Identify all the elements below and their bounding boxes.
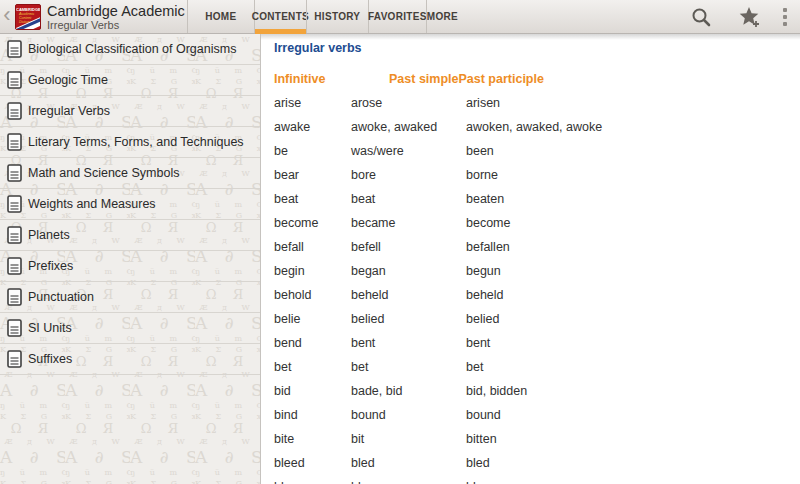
tab[interactable]: FAVORITES <box>368 0 426 33</box>
tab[interactable]: CONTENTS <box>254 0 306 33</box>
search-button[interactable] <box>690 6 712 28</box>
cell-infinitive: befall <box>274 235 351 259</box>
cell-past-simple: bound <box>351 403 466 427</box>
contents-list-item[interactable]: Planets <box>0 220 260 251</box>
cell-past-participle: bound <box>466 403 501 427</box>
watermark-tile: Æ д WA ∂ Sŋ ü m O BK Σ G xΩ Я <box>65 369 130 436</box>
document-icon <box>7 71 22 89</box>
contents-item-label: Literary Terms, Forms, and Techniques <box>28 135 244 149</box>
contents-list-item[interactable]: Prefixes <box>0 251 260 282</box>
contents-item-label: Math and Science Symbols <box>28 166 179 180</box>
cell-past-participle: befallen <box>466 235 510 259</box>
cell-infinitive: beat <box>274 187 351 211</box>
cell-past-simple: bit <box>351 427 466 451</box>
table-row: bind bound bound <box>274 403 800 427</box>
app-body: Æ д WA ∂ Sŋ ü m O BK Σ G xΩ ЯÆ д WA ∂ Sŋ… <box>0 34 800 484</box>
contents-list-item[interactable]: Geologic Time <box>0 65 260 96</box>
cell-infinitive: behold <box>274 283 351 307</box>
back-chevron-icon[interactable]: ‹ <box>0 0 14 33</box>
cell-past-simple: was/were <box>351 139 466 163</box>
table-column-header: Infinitive <box>274 67 389 91</box>
contents-list-item[interactable]: SI Units <box>0 313 260 344</box>
table-row: begin began begun <box>274 259 800 283</box>
action-bar: ‹ CAMBRIDGE Academic Content Dictionary … <box>0 0 800 34</box>
contents-item-label: Biological Classification of Organisms <box>28 42 236 56</box>
contents-list-item[interactable]: Biological Classification of Organisms <box>0 34 260 65</box>
contents-item-label: Geologic Time <box>28 73 108 87</box>
overflow-menu-button[interactable] <box>778 5 792 29</box>
tab-label: FAVORITES <box>368 11 427 22</box>
table-column-header: Past simple <box>389 67 458 91</box>
cell-infinitive: arise <box>274 91 351 115</box>
cell-past-simple: began <box>351 259 466 283</box>
contents-list-item[interactable]: Punctuation <box>0 282 260 313</box>
table-row: be was/were been <box>274 139 800 163</box>
cell-past-participle: become <box>466 211 510 235</box>
app-logo[interactable]: CAMBRIDGE Academic Content Dictionary <box>15 4 41 30</box>
cell-past-participle: beheld <box>466 283 504 307</box>
overflow-dot <box>783 15 787 19</box>
table-row: behold beheld beheld <box>274 283 800 307</box>
cell-past-participle: bet <box>466 355 483 379</box>
tab[interactable]: MORE <box>426 0 458 33</box>
tab-label: HOME <box>205 11 236 22</box>
contents-list-item[interactable]: Irregular Verbs <box>0 96 260 127</box>
bar-spacer <box>458 0 690 33</box>
cell-past-participle: awoken, awaked, awoke <box>466 115 602 139</box>
table-row: bid bade, bid bid, bidden <box>274 379 800 403</box>
document-icon <box>7 102 22 120</box>
contents-list-item[interactable]: Literary Terms, Forms, and Techniques <box>0 127 260 158</box>
contents-list-item[interactable]: Weights and Measures <box>0 189 260 220</box>
table-row: blow blew blown <box>274 475 800 484</box>
tab[interactable]: HISTORY <box>306 0 368 33</box>
table-row: bet bet bet <box>274 355 800 379</box>
cell-past-simple: bled <box>351 451 466 475</box>
watermark-tile: Æ д WA ∂ Sŋ ü m O BK Σ G xΩ Я <box>195 369 260 436</box>
overflow-dot <box>783 8 787 12</box>
verbs-table: arise arose arisen awake awoke, awaked a… <box>274 91 800 484</box>
app-subtitle: Irregular Verbs <box>47 19 185 31</box>
page-title: Irregular verbs <box>274 40 800 57</box>
watermark-tile: Æ д WA ∂ Sŋ ü m O BK Σ G xΩ Я <box>65 436 130 484</box>
cell-past-participle: arisen <box>466 91 500 115</box>
contents-list: Biological Classification of Organisms G… <box>0 34 260 375</box>
table-row: bear bore borne <box>274 163 800 187</box>
contents-list-item[interactable]: Suffixes <box>0 344 260 375</box>
table-row: bite bit bitten <box>274 427 800 451</box>
contents-item-label: Suffixes <box>28 352 72 366</box>
cell-past-participle: been <box>466 139 494 163</box>
cell-past-simple: awoke, awaked <box>351 115 466 139</box>
contents-item-label: Planets <box>28 228 70 242</box>
cell-past-participle: borne <box>466 163 498 187</box>
document-icon <box>7 40 22 58</box>
watermark-tile: Æ д WA ∂ Sŋ ü m O BK Σ G xΩ Я <box>195 436 260 484</box>
cell-infinitive: bleed <box>274 451 351 475</box>
cell-infinitive: bite <box>274 427 351 451</box>
watermark-tile: Æ д WA ∂ Sŋ ü m O BK Σ G xΩ Я <box>130 369 195 436</box>
cell-infinitive: bet <box>274 355 351 379</box>
contents-list-item[interactable]: Math and Science Symbols <box>0 158 260 189</box>
tab-label: CONTENTS <box>252 11 309 22</box>
cell-infinitive: blow <box>274 475 351 484</box>
document-icon <box>7 350 22 368</box>
watermark-tile: Æ д WA ∂ Sŋ ü m O BK Σ G xΩ Я <box>0 436 65 484</box>
cell-past-simple: befell <box>351 235 466 259</box>
overflow-dot <box>783 22 787 26</box>
cell-past-simple: bet <box>351 355 466 379</box>
contents-item-label: Irregular Verbs <box>28 104 110 118</box>
table-row: beat beat beaten <box>274 187 800 211</box>
table-header-row: Infinitive Past simple Past participle <box>274 67 800 91</box>
table-row: become became become <box>274 211 800 235</box>
document-icon <box>7 133 22 151</box>
document-icon <box>7 226 22 244</box>
table-row: arise arose arisen <box>274 91 800 115</box>
contents-item-label: SI Units <box>28 321 72 335</box>
tab[interactable]: HOME <box>187 0 254 33</box>
table-row: belie belied belied <box>274 307 800 331</box>
cell-infinitive: awake <box>274 115 351 139</box>
cell-past-simple: beat <box>351 187 466 211</box>
cell-past-simple: bade, bid <box>351 379 466 403</box>
add-favorite-button[interactable] <box>738 5 762 29</box>
search-icon <box>691 7 711 27</box>
table-column-header: Past participle <box>458 67 543 91</box>
